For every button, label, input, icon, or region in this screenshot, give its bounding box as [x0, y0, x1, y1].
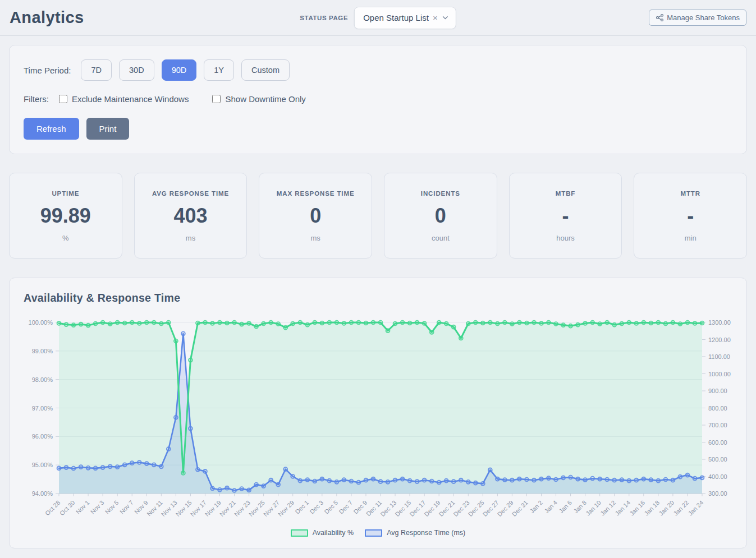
x-axis-label: Jan 22 — [672, 499, 690, 517]
stat-value: - — [513, 204, 618, 228]
x-axis-label: Oct 28 — [44, 499, 61, 517]
x-axis-label: Jan 14 — [613, 499, 631, 517]
x-axis-label: Oct 30 — [58, 499, 76, 517]
response-time-legend-label: Avg Response Time (ms) — [387, 529, 465, 537]
x-axis-label: Nov 5 — [104, 499, 120, 515]
left-axis-label: 100.00% — [29, 319, 53, 326]
status-page-selected-value: Open Startup List — [363, 13, 429, 22]
filters-label: Filters: — [24, 94, 49, 104]
stat-card-incidents: INCIDENTS 0 count — [384, 173, 497, 259]
stat-card-mtbf: MTBF - hours — [509, 173, 622, 259]
status-page-select[interactable]: Open Startup List × — [354, 7, 456, 29]
right-axis-label: 800.00 — [708, 405, 727, 412]
show-downtime-label: Show Downtime Only — [225, 94, 305, 104]
manage-share-tokens-button[interactable]: Manage Share Tokens — [649, 10, 746, 26]
right-axis-label: 600.00 — [708, 439, 727, 446]
x-axis-label: Nov 15 — [175, 499, 193, 518]
status-page-selector-group: STATUS PAGE Open Startup List × — [300, 7, 456, 29]
stat-value: 99.89 — [13, 204, 118, 228]
refresh-button[interactable]: Refresh — [24, 118, 79, 140]
status-page-label: STATUS PAGE — [300, 15, 348, 21]
x-axis-label: Jan 2 — [528, 499, 544, 515]
clear-selection-icon[interactable]: × — [433, 13, 438, 22]
stat-value: 0 — [263, 204, 368, 228]
x-axis-label: Jan 4 — [543, 499, 558, 515]
x-axis-label: Jan 10 — [584, 499, 602, 517]
chart-legend: Availability % Avg Response Time (ms) — [24, 529, 732, 537]
page-title: Analytics — [10, 8, 84, 27]
x-axis-label: Jan 18 — [643, 499, 661, 517]
legend-item-response-time[interactable]: Avg Response Time (ms) — [365, 529, 465, 537]
right-axis-label: 300.00 — [708, 490, 727, 497]
chart-panel: Availability & Response Time 100.00%99.0… — [9, 278, 747, 548]
availability-legend-label: Availability % — [313, 529, 354, 537]
show-downtime-checkbox[interactable] — [212, 95, 221, 103]
stat-unit: hours — [513, 234, 618, 242]
exclude-maintenance-checkbox[interactable] — [59, 95, 67, 103]
period-button-7d[interactable]: 7D — [81, 59, 112, 81]
right-axis-label: 1200.00 — [708, 336, 731, 343]
x-axis-label: Dec 27 — [482, 499, 500, 518]
stat-card-avg-response: AVG RESPONSE TIME 403 ms — [134, 173, 248, 259]
x-axis-label: Dec 3 — [308, 499, 324, 515]
right-axis-label: 1100.00 — [708, 353, 730, 360]
period-button-30d[interactable]: 30D — [119, 59, 154, 81]
x-axis-label: Nov 7 — [118, 499, 135, 515]
stat-value: 0 — [388, 204, 493, 228]
stat-unit: count — [388, 234, 493, 242]
stat-title: AVG RESPONSE TIME — [138, 190, 244, 197]
stat-card-max-response: MAX RESPONSE TIME 0 ms — [259, 173, 372, 259]
stat-card-mttr: MTTR - min — [634, 173, 747, 259]
stat-value: - — [638, 204, 743, 228]
exclude-maintenance-label: Exclude Maintenance Windows — [72, 94, 189, 104]
x-axis-label: Dec 1 — [294, 499, 310, 515]
stat-title: INCIDENTS — [388, 190, 493, 197]
right-axis-label: 500.00 — [708, 456, 727, 463]
stat-title: UPTIME — [13, 190, 118, 197]
left-axis-label: 99.00% — [32, 348, 53, 354]
right-axis-label: 900.00 — [708, 388, 727, 394]
x-axis-label: Jan 24 — [687, 499, 705, 517]
time-period-label: Time Period: — [24, 66, 71, 75]
actions-row: Refresh Print — [24, 118, 732, 140]
stat-unit: min — [638, 234, 743, 242]
x-axis-label: Nov 1 — [75, 499, 91, 515]
show-downtime-checkbox-item[interactable]: Show Downtime Only — [212, 94, 305, 104]
x-axis-label: Dec 7 — [338, 499, 354, 515]
left-axis-label: 96.00% — [32, 433, 53, 440]
exclude-maintenance-checkbox-item[interactable]: Exclude Maintenance Windows — [59, 94, 189, 104]
top-bar: Analytics STATUS PAGE Open Startup List … — [0, 0, 756, 35]
chevron-down-icon — [442, 14, 449, 21]
stat-unit: ms — [263, 234, 368, 242]
print-button[interactable]: Print — [86, 118, 130, 140]
left-axis-label: 98.00% — [32, 376, 53, 383]
x-axis-label: Dec 5 — [323, 499, 339, 515]
period-button-1y[interactable]: 1Y — [204, 59, 234, 81]
left-axis-label: 94.00% — [32, 490, 53, 497]
stat-card-uptime: UPTIME 99.89 % — [9, 173, 122, 259]
stat-unit: ms — [138, 234, 244, 242]
right-axis-label: 400.00 — [708, 473, 727, 480]
filter-panel: Time Period: 7D 30D 90D 1Y Custom Filter… — [9, 45, 747, 154]
stat-title: MTBF — [513, 190, 618, 197]
right-axis-label: 1000.00 — [708, 371, 731, 377]
period-button-custom[interactable]: Custom — [241, 59, 290, 81]
time-period-row: Time Period: 7D 30D 90D 1Y Custom — [24, 59, 732, 81]
response-time-legend-swatch — [365, 529, 382, 537]
header-divider — [0, 35, 756, 36]
filters-row: Filters: Exclude Maintenance Windows Sho… — [24, 94, 732, 104]
x-axis-label: Nov 17 — [189, 499, 208, 518]
right-axis-label: 700.00 — [708, 422, 727, 428]
stat-title: MTTR — [638, 190, 743, 197]
x-axis-label: Jan 16 — [628, 499, 646, 517]
x-axis-label: Dec 31 — [511, 499, 529, 518]
availability-legend-swatch — [291, 529, 308, 537]
x-axis-label: Jan 20 — [657, 499, 675, 517]
stat-unit: % — [13, 234, 118, 242]
x-axis-label: Dec 29 — [496, 499, 515, 518]
left-axis-label: 97.00% — [32, 405, 53, 412]
stats-row: UPTIME 99.89 % AVG RESPONSE TIME 403 ms … — [9, 173, 747, 259]
manage-share-tokens-label: Manage Share Tokens — [667, 13, 740, 22]
legend-item-availability[interactable]: Availability % — [291, 529, 354, 537]
period-button-90d[interactable]: 90D — [162, 59, 197, 81]
